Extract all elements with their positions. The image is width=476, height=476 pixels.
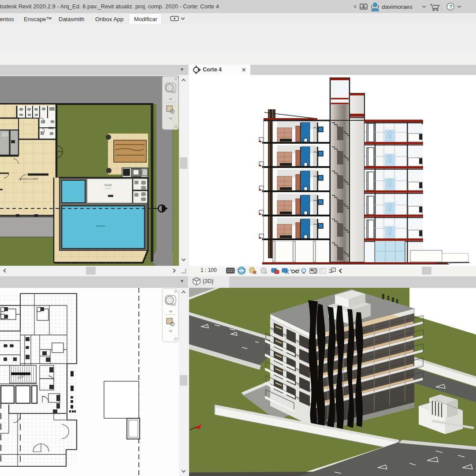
svg-text:42 m²: 42 m² [23, 182, 27, 183]
svg-text:25 m²: 25 m² [106, 187, 111, 190]
svg-text:2D: 2D [171, 303, 176, 307]
svg-text:PISCINA: PISCINA [96, 225, 105, 227]
svg-text:davimoraes: davimoraes [382, 4, 413, 10]
svg-text:VARANDA GOURMET: VARANDA GOURMET [19, 178, 39, 180]
svg-text:SALÃO: SALÃO [104, 184, 112, 186]
svg-text:2D: 2D [171, 90, 176, 94]
svg-text:?: ? [449, 4, 452, 10]
